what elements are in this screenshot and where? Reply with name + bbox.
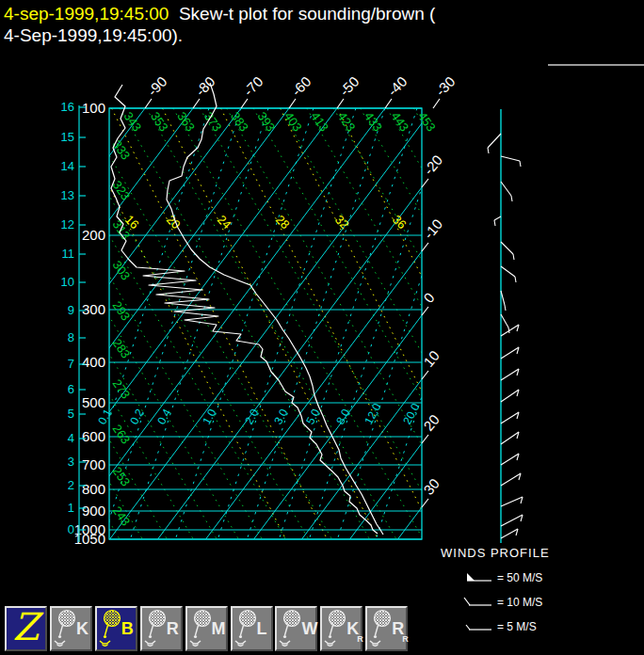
button-label: R <box>167 620 179 637</box>
toolbar-button-w[interactable]: W <box>275 606 317 651</box>
button-label: B <box>121 620 134 637</box>
wind-barb <box>501 314 508 328</box>
mixing-ratio-label: 0.2 <box>127 407 146 427</box>
top-temp-label: -30 <box>432 73 458 99</box>
button-label: W <box>301 620 317 637</box>
mixing-ratio-label: 8.0 <box>333 407 352 427</box>
height-tick-label: 6 <box>68 382 74 396</box>
height-tick-label: 9 <box>68 303 74 317</box>
moist-adiabat-label: 32 <box>332 213 352 232</box>
height-tick-label: 13 <box>61 188 74 202</box>
dry-adiabat-line <box>12 108 263 539</box>
balloon-icon <box>234 609 259 650</box>
wind-barb <box>501 182 511 196</box>
right-temp-tick <box>422 499 428 507</box>
toolbar-button-r-r[interactable]: RR <box>365 606 408 651</box>
isotherm-line <box>206 108 530 539</box>
moist-adiabat-label: 28 <box>273 213 293 232</box>
mixing-ratio-line <box>376 108 514 539</box>
wind-barb <box>501 347 519 359</box>
height-tick-label: 2 <box>68 478 74 492</box>
dry-adiabat-line <box>387 108 637 539</box>
balloon-icon <box>324 609 348 650</box>
mixing-ratio-label: 3.0 <box>271 407 290 427</box>
dry-adiabat-line <box>280 108 530 539</box>
skewt-plot: 1002003004005006007008009001000105016151… <box>0 73 644 600</box>
wind-barb <box>501 325 519 336</box>
wind-barb-tick <box>505 305 506 311</box>
moist-adiabat-line <box>221 108 437 539</box>
theta-label: 443 <box>389 109 412 134</box>
wind-barb <box>501 369 519 380</box>
toolbar-button-zeus-logo[interactable]: Z <box>5 606 47 651</box>
button-label: K <box>76 620 89 637</box>
right-temp-label: 30 <box>420 475 443 498</box>
button-label: M <box>212 620 226 637</box>
theta-label: 423 <box>335 109 359 134</box>
wind-barb-tick <box>494 220 495 226</box>
theta-label: 293 <box>110 298 134 323</box>
mixing-ratio-label: 12.0 <box>362 401 383 426</box>
balloon-icon <box>54 609 78 650</box>
top-temp-tick <box>241 99 248 108</box>
dry-adiabat-line <box>333 108 584 539</box>
right-temp-tick <box>422 307 428 315</box>
height-tick-label: 10 <box>61 275 74 289</box>
title-text: Skew-t plot for sounding/brown ( <box>169 4 435 24</box>
toolbar-button-k[interactable]: K <box>50 606 92 651</box>
sounding-toolbar: ZKBRMLWKRRR <box>0 605 644 654</box>
wind-barb-tick <box>511 196 512 201</box>
isotherm-line <box>110 108 434 539</box>
balloon-icon <box>189 609 214 650</box>
wind-barb <box>501 473 521 486</box>
toolbar-button-m[interactable]: M <box>185 606 228 651</box>
top-temp-tick <box>193 99 200 108</box>
wind-barb <box>501 156 520 161</box>
balloon-icon <box>144 609 169 650</box>
plot-border <box>109 108 422 539</box>
wind-barb <box>501 454 519 465</box>
balloon-icon <box>279 609 303 650</box>
wind-barb-tick <box>513 254 514 260</box>
moist-adiabat-line <box>163 108 378 539</box>
right-temp-label: -20 <box>420 152 445 178</box>
wind-barb <box>488 134 501 148</box>
zeus-logo: Z <box>7 605 45 648</box>
moist-adiabat-line <box>281 108 496 539</box>
theta-label: 263 <box>110 422 134 446</box>
top-temp-tick <box>145 99 152 108</box>
balloon-icon <box>99 609 123 650</box>
toolbar-button-b[interactable]: B <box>95 606 137 651</box>
wind-barb <box>501 529 518 538</box>
pressure-label: 200 <box>82 227 105 243</box>
theta-label: 353 <box>148 109 171 134</box>
toolbar-button-l[interactable]: L <box>231 606 273 651</box>
app-window: 4-sep-1999,19:45:00 Skew-t plot for soun… <box>0 0 644 655</box>
dry-adiabat-line <box>227 108 477 539</box>
height-tick-label: 7 <box>68 357 74 371</box>
height-tick-label: 12 <box>61 217 74 232</box>
mixing-ratio-line <box>71 108 209 539</box>
height-tick-label: 4 <box>68 431 74 445</box>
wind-barb <box>501 390 519 402</box>
legend-item: = 50 M/S <box>441 566 550 590</box>
height-tick-label: 14 <box>61 159 74 173</box>
right-temp-tick <box>422 243 428 251</box>
toolbar-button-k-r[interactable]: KR <box>320 606 362 651</box>
top-temp-label: -90 <box>144 73 169 99</box>
top-temp-tick <box>433 99 440 108</box>
pressure-label: 800 <box>82 481 105 497</box>
wind-barb-tick <box>488 148 489 153</box>
legend-label: = 50 M/S <box>497 571 542 584</box>
mixing-ratio-line <box>175 108 314 539</box>
theta-label: 453 <box>415 109 439 134</box>
right-temp-label: 0 <box>420 290 437 306</box>
height-tick-label: 8 <box>68 330 74 344</box>
toolbar-button-r[interactable]: R <box>140 606 183 651</box>
moist-adiabat-label: 24 <box>215 213 234 232</box>
isotherm-line <box>0 108 193 539</box>
button-sub-label: R <box>357 634 363 644</box>
mixing-ratio-label: 20.0 <box>400 401 422 426</box>
moist-adiabat-line <box>71 108 286 539</box>
top-temp-label: -70 <box>240 73 266 99</box>
